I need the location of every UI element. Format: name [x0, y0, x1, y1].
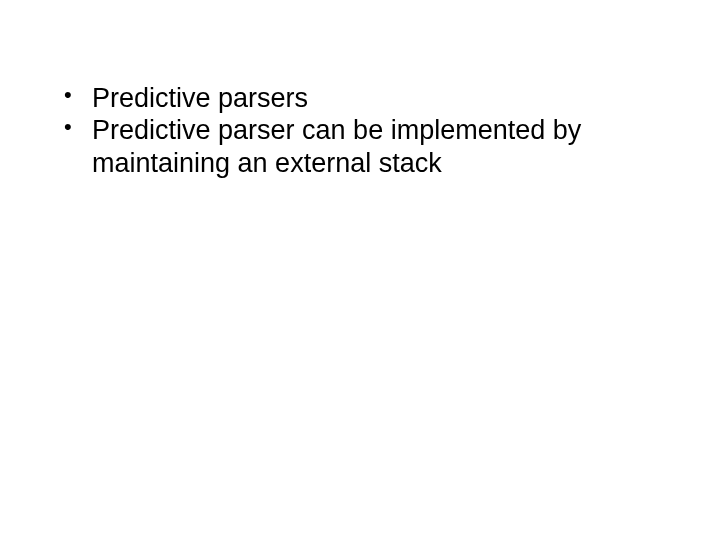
slide: Predictive parsers Predictive parser can… [0, 0, 720, 540]
bullet-list: Predictive parsers Predictive parser can… [54, 82, 660, 179]
bullet-text: Predictive parsers [92, 83, 308, 113]
bullet-text: Predictive parser can be implemented by … [92, 115, 581, 177]
list-item: Predictive parsers [54, 82, 660, 114]
list-item: Predictive parser can be implemented by … [54, 114, 660, 179]
